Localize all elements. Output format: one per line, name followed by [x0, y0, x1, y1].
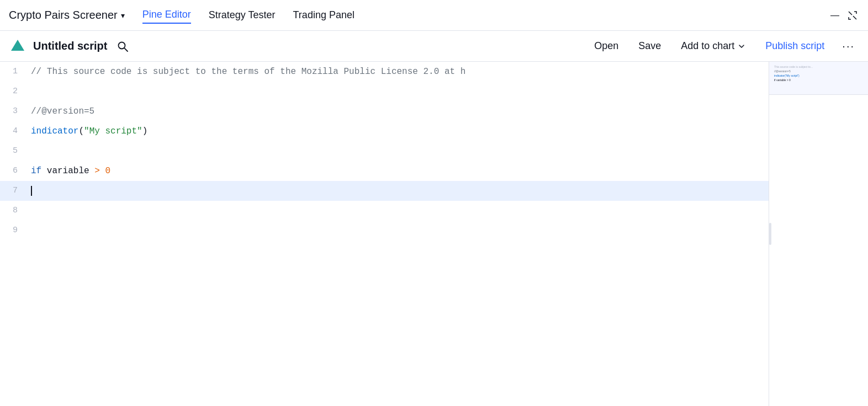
open-button[interactable]: Open	[588, 37, 625, 55]
code-line-7: 7	[0, 181, 769, 201]
top-navigation: Crypto Pairs Screener ▾ Pine Editor Stra…	[0, 0, 868, 31]
save-button[interactable]: Save	[632, 37, 668, 55]
tab-strategy-tester[interactable]: Strategy Tester	[209, 7, 276, 23]
nav-title-text: Crypto Pairs Screener	[9, 9, 118, 22]
code-line-3: 3 //@version=5	[0, 101, 769, 121]
svg-marker-0	[11, 40, 24, 51]
code-line-5: 5	[0, 141, 769, 161]
nav-right-controls: —	[828, 9, 859, 22]
code-line-6: 6 if variable > 0	[0, 161, 769, 181]
code-line-2: 2	[0, 82, 769, 101]
search-button[interactable]	[114, 38, 131, 55]
resize-handle[interactable]	[769, 223, 771, 245]
tab-pine-editor[interactable]: Pine Editor	[142, 7, 191, 24]
expand-button[interactable]	[846, 9, 859, 22]
svg-text:if variable > 0: if variable > 0	[774, 78, 791, 82]
svg-text://@version=5: //@version=5	[774, 70, 791, 73]
svg-text:This source code is subject to: This source code is subject to...	[774, 65, 813, 68]
publish-script-button[interactable]: Publish script	[759, 37, 831, 55]
svg-text:indicator("My script"): indicator("My script")	[774, 74, 800, 77]
mini-chart-preview: This source code is subject to... //@ver…	[769, 62, 868, 95]
minimize-button[interactable]: —	[828, 9, 841, 22]
nav-title[interactable]: Crypto Pairs Screener ▾	[9, 9, 125, 22]
svg-line-2	[125, 48, 128, 51]
nav-title-chevron: ▾	[121, 11, 125, 20]
add-to-chart-button[interactable]: Add to chart	[674, 37, 752, 55]
code-line-9: 9	[0, 221, 769, 241]
code-line-8: 8	[0, 201, 769, 221]
code-line-4: 4 indicator("My script")	[0, 121, 769, 141]
editor-toolbar: Untitled script Open Save Add to chart P…	[0, 31, 868, 62]
tab-trading-panel[interactable]: Trading Panel	[293, 7, 354, 23]
code-line-1: 1 // This source code is subject to the …	[0, 62, 769, 82]
code-editor[interactable]: 1 // This source code is subject to the …	[0, 62, 769, 406]
mini-preview-panel: This source code is subject to... //@ver…	[769, 62, 868, 406]
tradingview-logo	[9, 38, 27, 55]
editor-container: 1 // This source code is subject to the …	[0, 62, 868, 406]
more-options-button[interactable]: ···	[838, 36, 859, 56]
script-title: Untitled script	[33, 40, 107, 52]
